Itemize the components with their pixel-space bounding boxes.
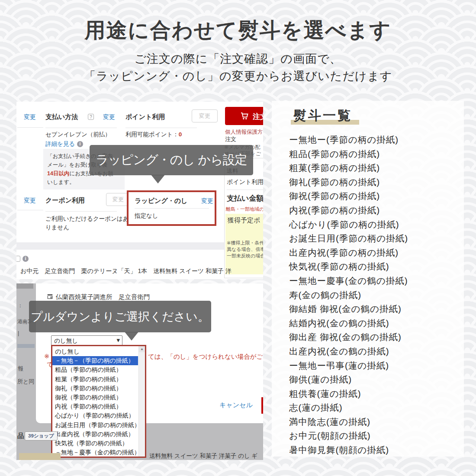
- arrow-up-icon[interactable]: ▲: [139, 346, 145, 352]
- info-icon: i: [23, 256, 29, 262]
- list-item: 出産内祝(金の鶴の掛紙): [289, 344, 408, 359]
- payment-method-title: 支払い方法: [45, 113, 78, 121]
- backdrop-fragment: 報: [18, 365, 23, 373]
- order-button[interactable]: 注文: [225, 107, 263, 125]
- shop-badge: 39ショップ: [25, 431, 58, 441]
- wrapping-title: ラッピング・のし: [135, 197, 187, 205]
- change-link-top[interactable]: 変更: [24, 113, 36, 121]
- noshi-list-title: 熨斗一覧: [293, 107, 352, 125]
- breadcrumb: お中元 足立音衛門 栗のテリーヌ「天」 1本 送料無料 スイーツ 和菓子 洋: [20, 267, 232, 275]
- list-item: 心ばかり(季節の柄の掛紙): [289, 218, 408, 232]
- list-item: 寿(金の鶴の掛紙): [289, 288, 408, 302]
- dropdown-option[interactable]: 出産内祝（季節の柄の掛紙）: [52, 430, 138, 439]
- list-item: お中元(朝顔の掛紙): [289, 429, 408, 443]
- list-item: 御出産 御祝(金の鶴の掛紙): [289, 330, 408, 344]
- backdrop-tan-block: [19, 453, 61, 460]
- wrapping-noshi-box: ラッピング・のし 変更 指定なし: [127, 190, 216, 226]
- dropdown-option[interactable]: 心ばかり（季節の柄の掛紙）: [52, 411, 138, 420]
- help-icon[interactable]: ?: [88, 114, 94, 120]
- points-available-value: 0: [179, 131, 182, 138]
- order-button-label: 注文: [253, 112, 263, 122]
- list-item: 快気祝(季節の柄の掛紙): [289, 260, 408, 274]
- dropdown-option[interactable]: お誕生日用（季節の柄の掛紙）: [52, 421, 138, 430]
- dropdown-option[interactable]: 粗菓（季節の柄の掛紙）: [52, 375, 138, 384]
- callout-wrapping-setting: ラッピング・のし から設定: [90, 145, 253, 175]
- points-available: 利用可能ポイント：0: [125, 131, 182, 138]
- noshi-select-value: のし無し: [54, 337, 78, 345]
- sidebar-order-text: 注文: [225, 135, 236, 143]
- payment-deadline: 14日以内: [47, 170, 69, 177]
- payment-change-link[interactable]: 変更: [103, 113, 115, 121]
- dropdown-option[interactable]: 快気祝（季節の柄の掛紙）: [52, 439, 138, 448]
- list-item: 出産内祝(季節の柄の掛紙): [289, 246, 408, 260]
- wrapping-change-link[interactable]: 変更: [201, 197, 213, 205]
- coupon-title: クーポン利用: [45, 196, 85, 205]
- dropdown-option[interactable]: 内祝（季節の柄の掛紙）: [52, 402, 138, 411]
- shop-name: 仏蘭西焼菓子調進所 足立音衛門: [56, 293, 150, 301]
- confirm-button-clipped[interactable]: [261, 397, 263, 414]
- summary-points-label: ポイント利用: [227, 178, 263, 186]
- total-label: 支払い金額: [227, 193, 263, 203]
- backdrop-fragment: 所と同: [17, 378, 34, 386]
- change-link-bottom[interactable]: 変更: [24, 197, 36, 205]
- noshi-note-text: ては、「のし」をつけられない場合がございま: [148, 353, 263, 361]
- wrapping-value: 指定なし: [135, 212, 158, 220]
- list-item: 御結婚 御祝(金の鶴の掛紙): [289, 302, 408, 316]
- backdrop-fragment: ：: [18, 302, 23, 309]
- dropdown-option[interactable]: 御礼（季節の柄の掛紙）: [52, 384, 138, 393]
- points-title: ポイント利用: [125, 113, 165, 121]
- backdrop-item-word: 品: [17, 432, 24, 440]
- backdrop-bottom-text: 送料無料 スイーツ 和菓子 洋菓子 のし ギ: [149, 452, 257, 460]
- noshi-select[interactable]: のし無し ▾: [51, 335, 122, 346]
- payment-method-value: セブンイレブン（前払）: [45, 131, 111, 138]
- list-item: 粗品(季節の柄の掛紙): [289, 147, 408, 161]
- callout-pointer-down: [151, 175, 165, 183]
- expected-points-title: 獲得予定ポ: [228, 216, 260, 225]
- storefront-icon: [47, 293, 53, 301]
- dropdown-option[interactable]: 御祝（季節の柄の掛紙）: [52, 393, 138, 402]
- list-item: 志(蓮の掛紙): [289, 401, 408, 415]
- page-subtitle-line2: 「ラッピンング・のし」の変更からお選びいただけます: [0, 68, 476, 84]
- list-item: 内祝(季節の柄の掛紙): [289, 203, 408, 218]
- expected-points-notes: ※獲得上限・条件に 異なる場合、倍率と 一部未反映の場合か: [227, 240, 263, 259]
- dropdown-option[interactable]: －無地－慶事（金の鶴の掛紙）: [52, 448, 138, 457]
- noshi-modal-screenshot: ： 港南3- | 報 所と同 仏蘭西焼菓子調進所 足立音衛門 ※ ては、「のし」…: [16, 283, 263, 460]
- backdrop-fragment: |: [18, 330, 19, 336]
- dropdown-option[interactable]: 粗品（季節の柄の掛紙）: [52, 365, 138, 374]
- list-item: 御供(蓮の掛紙): [289, 373, 408, 387]
- expected-points-box: 獲得予定ポ ※獲得上限・条件に 異なる場合、倍率と 一部未反映の場合か: [225, 214, 263, 274]
- order-confirm-screenshot: 変更 変更 支払い方法 ? 変更 セブンイレブン（前払） 詳細を見る i 「お支…: [16, 102, 263, 279]
- dropdown-option[interactable]: のし無し: [52, 347, 138, 356]
- list-item: ー無地ー(季節の柄の掛紙): [289, 133, 408, 147]
- callout-pulldown-select: プルダウンよりご選択ください。: [29, 301, 211, 332]
- payment-notice-line4: いします。: [47, 178, 121, 187]
- order-summary-box: 送料 ポイント利用 支払い金額 離島・一部地域の 獲得予定ポ ※獲得上限・条件に…: [224, 158, 263, 278]
- list-item: 御祝(季節の柄の掛紙): [289, 189, 408, 203]
- noshi-dropdown-list: のし無し－無地－（季節の柄の掛紙）粗品（季節の柄の掛紙）粗菓（季節の柄の掛紙）御…: [52, 346, 145, 457]
- page-subtitle-line1: ご注文の際に「注文確認」の画面で、: [0, 51, 476, 67]
- noshi-list: ー無地ー(季節の柄の掛紙)粗品(季節の柄の掛紙)粗菓(季節の柄の掛紙)御礼(季節…: [289, 133, 408, 457]
- help-icon-cut: [16, 256, 20, 262]
- noshi-dropdown: のし無し－無地－（季節の柄の掛紙）粗品（季節の柄の掛紙）粗菓（季節の柄の掛紙）御…: [51, 345, 146, 458]
- coupon-message: ご利用いただけるクーポンはあ りません: [45, 215, 129, 232]
- list-item: 粗供養(蓮の掛紙): [289, 387, 408, 401]
- noshi-note-mark: ※: [44, 353, 49, 360]
- info-icon: i: [77, 141, 83, 147]
- noshi-list-panel: 熨斗一覧 ー無地ー(季節の柄の掛紙)粗品(季節の柄の掛紙)粗菓(季節の柄の掛紙)…: [272, 101, 464, 457]
- list-item: 満中陰志(蓮の掛紙): [289, 415, 408, 429]
- cancel-button[interactable]: キャンセル: [219, 401, 253, 409]
- payment-details-link[interactable]: 詳細を見る: [45, 140, 75, 148]
- points-change-button[interactable]: 変更: [192, 109, 218, 122]
- dropdown-scrollbar[interactable]: ▲: [138, 346, 145, 457]
- list-item: 結婚内祝(金の鶴の掛紙): [289, 316, 408, 331]
- page-title: 用途に合わせて熨斗を選べます: [0, 16, 476, 44]
- privacy-policy-link[interactable]: 個人情報保護方: [225, 129, 263, 136]
- dropdown-option[interactable]: －無地－（季節の柄の掛紙）: [52, 356, 138, 365]
- chevron-down-icon: ▾: [116, 336, 120, 344]
- list-item: ー無地ー弔事(蓮の掛紙): [289, 359, 408, 373]
- remote-area-note: 離島・一部地域の: [226, 206, 263, 212]
- list-item: 粗菓(季節の柄の掛紙): [289, 161, 408, 175]
- cart-icon: [239, 111, 250, 123]
- list-item: ー無地ー慶事(金の鶴の掛紙): [289, 274, 408, 288]
- list-item: お誕生日用(季節の柄の掛紙): [289, 232, 408, 246]
